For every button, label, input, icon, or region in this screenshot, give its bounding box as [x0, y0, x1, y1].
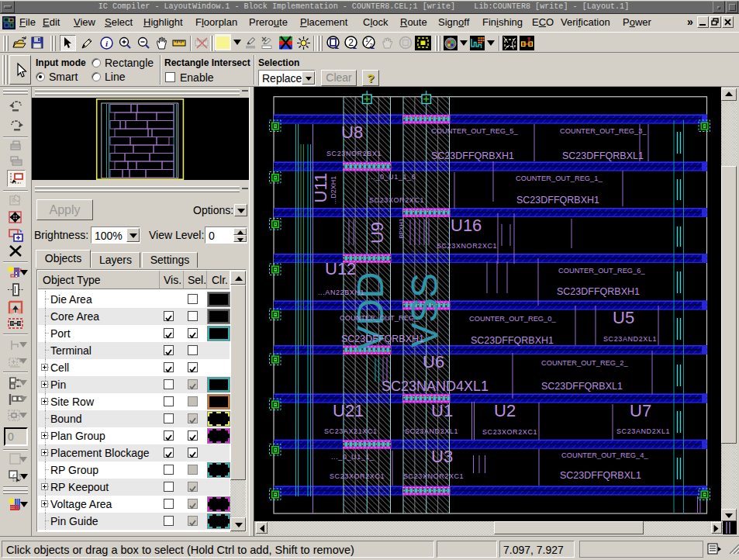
svg-text:SC23DFFQRBXH1: SC23DFFQRBXH1 — [557, 286, 640, 297]
svg-text:U9: U9 — [368, 222, 387, 244]
svg-text:U12: U12 — [325, 259, 356, 278]
svg-text:..._0_U1_1_: ..._0_U1_1_ — [331, 453, 375, 461]
svg-text:SC23DFFQRBXL1: SC23DFFQRBXL1 — [541, 381, 623, 392]
svg-text:U1: U1 — [431, 401, 453, 420]
svg-text:COUNTER_OUT_REG_6_: COUNTER_OUT_REG_6_ — [558, 267, 645, 275]
svg-text:2: 2 — [348, 37, 354, 48]
svg-text:SC23DFFQRBXH1: SC23DFFQRBXH1 — [431, 150, 514, 161]
svg-text:U21: U21 — [333, 401, 364, 420]
svg-text:SC23XOR2XC1: SC23XOR2XC1 — [369, 196, 424, 204]
svg-text:COUNTER_OUT_REG_2_: COUNTER_OUT_REG_2_ — [541, 359, 628, 367]
svg-text:SC23XOR2XC1: SC23XOR2XC1 — [330, 472, 385, 480]
svg-text:U3: U3 — [431, 447, 453, 466]
svg-text:H: H — [11, 321, 14, 326]
svg-text:SC23AND2XL1: SC23AND2XL1 — [405, 427, 458, 435]
svg-text:...D2XH1: ...D2XH1 — [330, 176, 337, 205]
svg-text:1: 1 — [365, 36, 368, 43]
svg-text:..._0_U1_1_6: ..._0_U1_1_6 — [368, 173, 416, 181]
svg-text:COUNTER_OUT_REG_0_: COUNTER_OUT_REG_0_ — [469, 315, 556, 323]
svg-text:SC23NAND4XL1: SC23NAND4XL1 — [382, 379, 489, 394]
svg-text:U8: U8 — [341, 123, 363, 142]
svg-text:SC23AX21XC1: SC23AX21XC1 — [324, 427, 378, 435]
svg-text:SC23DFFQRBXH1: SC23DFFQRBXH1 — [471, 335, 554, 346]
svg-text:SC23AND2XL1: SC23AND2XL1 — [603, 335, 657, 343]
svg-text:U16: U16 — [451, 216, 482, 235]
svg-text:COUNTER_OUT_REG_3_: COUNTER_OUT_REG_3_ — [560, 127, 647, 135]
svg-text:U11: U11 — [311, 173, 330, 203]
svg-text:SC23AND2XL1: SC23AND2XL1 — [616, 427, 670, 435]
svg-text:SC23DFFQRBXH1: SC23DFFQRBXH1 — [516, 195, 599, 206]
svg-text:U6: U6 — [423, 352, 444, 372]
svg-text:COUNTER_OUT_REG_1_: COUNTER_OUT_REG_1_ — [516, 175, 603, 182]
svg-text:U2: U2 — [494, 401, 516, 420]
svg-text:SC23XOR2XC1: SC23XOR2XC1 — [482, 428, 537, 436]
svg-text:SC23XNOR2XC1: SC23XNOR2XC1 — [403, 472, 464, 480]
svg-text:SC23DFFQRBXL1: SC23DFFQRBXL1 — [560, 470, 641, 481]
svg-text:U5: U5 — [613, 308, 634, 327]
svg-text:H: H — [18, 321, 21, 326]
svg-text:COUNTER_OUT_REG_: COUNTER_OUT_REG_ — [340, 314, 419, 322]
svg-text:SC23DFFQRBXH1: SC23DFFQRBXH1 — [341, 334, 424, 344]
svg-text:...AN22BXH1: ...AN22BXH1 — [318, 289, 364, 296]
svg-text:SC23NOR2BX1: SC23NOR2BX1 — [326, 150, 382, 157]
svg-text:...BPXH1: ...BPXH1 — [398, 218, 405, 244]
svg-text:U7: U7 — [630, 401, 651, 420]
svg-text:SC23XNOR2XC1: SC23XNOR2XC1 — [437, 242, 497, 250]
svg-text:SC23DFFQRBXL1: SC23DFFQRBXL1 — [562, 150, 644, 161]
svg-text:COUNTER_OUT_REG_4_: COUNTER_OUT_REG_4_ — [561, 451, 648, 459]
svg-text:COUNTER_OUT_REG_5_: COUNTER_OUT_REG_5_ — [431, 127, 518, 135]
